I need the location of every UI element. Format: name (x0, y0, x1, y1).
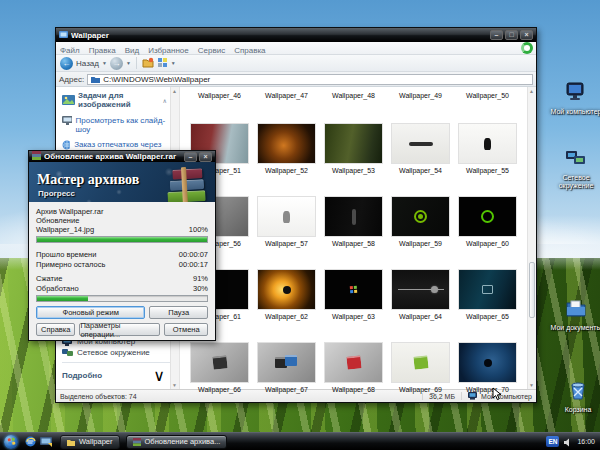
back-button[interactable]: ← (60, 57, 73, 70)
menu-item[interactable]: Сервис (198, 46, 225, 55)
file-item[interactable]: Wallpaper_46 (186, 89, 253, 102)
taskbar-button-archive[interactable]: Обновление архива... (126, 435, 228, 449)
maximize-button[interactable]: □ (505, 30, 518, 40)
file-item[interactable]: Wallpaper_63 (320, 248, 387, 321)
thumbnail-image[interactable] (257, 269, 316, 310)
dialog-minimize-button[interactable]: – (184, 152, 197, 162)
menu-item[interactable]: Справка (234, 46, 265, 55)
start-button[interactable] (4, 435, 18, 449)
scroll-up-icon[interactable]: ▲ (172, 88, 177, 94)
desktop-icon-my-computer[interactable]: Мой компьютер (550, 82, 600, 116)
desktop-icon-network[interactable]: Сетевое окружение (550, 148, 600, 190)
views-dropdown-icon[interactable]: ▼ (171, 60, 176, 66)
file-percent: 100% (189, 225, 208, 234)
file-name-label: Wallpaper_64 (399, 313, 442, 321)
thumbnail-image[interactable] (458, 269, 517, 310)
file-item[interactable]: Wallpaper_67 (253, 321, 320, 394)
close-button[interactable]: × (520, 30, 533, 40)
chevron-up-icon[interactable]: ∧ (163, 97, 167, 104)
forward-dropdown-icon[interactable]: ▼ (126, 60, 131, 66)
thumbnail-image[interactable] (391, 196, 450, 237)
thumbnail-image[interactable] (324, 269, 383, 310)
file-item[interactable]: Wallpaper_60 (454, 175, 521, 248)
taskbar: Wallpaper Обновление архива... EN 16:00 (0, 432, 600, 450)
file-item[interactable]: Wallpaper_70 (454, 321, 521, 394)
dialog-close-button[interactable]: × (199, 152, 212, 162)
file-item[interactable]: Wallpaper_65 (454, 248, 521, 321)
volume-icon[interactable] (564, 433, 572, 450)
toolbar-separator (136, 57, 137, 69)
menu-item[interactable]: Правка (89, 46, 116, 55)
address-input[interactable]: C:\WINDOWS\Web\Wallpaper (87, 74, 533, 85)
file-item[interactable]: Wallpaper_68 (320, 321, 387, 394)
thumbnail-image[interactable] (458, 342, 517, 383)
operation-options-button[interactable]: Параметры операции... (79, 323, 160, 336)
background-mode-button[interactable]: Фоновый режим (36, 306, 145, 319)
desktop-icon-recycle-bin[interactable]: Корзина (552, 380, 600, 414)
internet-explorer-icon[interactable] (24, 436, 36, 448)
total-progress-bar (36, 295, 208, 302)
minimize-button[interactable]: – (490, 30, 503, 40)
dialog-titlebar[interactable]: Обновление архива Wallpaper.rar – × (29, 151, 215, 162)
picture-tasks-icon (62, 94, 75, 106)
winrar-books-icon (164, 166, 210, 202)
file-item[interactable]: Wallpaper_52 (253, 102, 320, 175)
sidebar-tasks-header[interactable]: Задачи для изображений ∧ (62, 91, 177, 109)
scroll-down-icon[interactable]: ▼ (529, 382, 534, 388)
file-item[interactable]: Wallpaper_57 (253, 175, 320, 248)
file-name-label: Wallpaper_66 (198, 386, 241, 394)
back-dropdown-icon[interactable]: ▼ (102, 60, 107, 66)
scrollbar-thumb[interactable] (529, 262, 535, 318)
cancel-button[interactable]: Отмена (164, 323, 208, 336)
desktop-icon-my-documents[interactable]: Мои документы (550, 298, 600, 332)
file-item[interactable]: Wallpaper_59 (387, 175, 454, 248)
show-desktop-icon[interactable] (40, 436, 52, 448)
thumbnail-image[interactable] (324, 196, 383, 237)
menu-item[interactable]: Вид (125, 46, 139, 55)
chevron-down-icon[interactable]: ∨ (153, 366, 165, 385)
forward-button[interactable]: → (110, 57, 123, 70)
thumbnail-image[interactable] (458, 123, 517, 164)
thumbnail-image[interactable] (190, 342, 249, 383)
thumbnail-image[interactable] (257, 196, 316, 237)
menu-item[interactable]: Файл (60, 46, 80, 55)
stat-label: Примерно осталось (36, 260, 105, 270)
file-item[interactable]: Wallpaper_50 (454, 89, 521, 102)
language-indicator[interactable]: EN (546, 436, 559, 447)
content-scrollbar[interactable]: ▲ ▼ (527, 87, 536, 389)
thumbnail-image[interactable] (257, 342, 316, 383)
file-item[interactable]: Wallpaper_49 (387, 89, 454, 102)
stat-value: 30% (193, 284, 208, 294)
winrar-icon (32, 151, 41, 162)
sidebar-details-header[interactable]: Подробно ∨ (62, 362, 177, 385)
file-item[interactable]: Wallpaper_53 (320, 102, 387, 175)
thumbnail-image[interactable] (391, 342, 450, 383)
task-slideshow[interactable]: Просмотреть как слайд-шоу (62, 116, 166, 134)
file-item[interactable]: Wallpaper_48 (320, 89, 387, 102)
thumbnail-image[interactable] (324, 342, 383, 383)
help-button[interactable]: Справка (36, 323, 75, 336)
pause-button[interactable]: Пауза (149, 306, 208, 319)
file-item[interactable]: Wallpaper_58 (320, 175, 387, 248)
file-item[interactable]: Wallpaper_54 (387, 102, 454, 175)
scroll-up-icon[interactable]: ▲ (529, 88, 534, 94)
taskbar-button-wallpaper[interactable]: Wallpaper (60, 435, 120, 449)
scroll-down-icon[interactable]: ▼ (172, 382, 177, 388)
folder-small-icon (67, 438, 75, 446)
file-item[interactable]: Wallpaper_62 (253, 248, 320, 321)
place-network[interactable]: Сетевое окружение (62, 348, 177, 357)
file-item[interactable]: Wallpaper_64 (387, 248, 454, 321)
thumbnail-image[interactable] (324, 123, 383, 164)
thumbnail-image[interactable] (391, 123, 450, 164)
thumbnail-image[interactable] (458, 196, 517, 237)
menu-item[interactable]: Избранное (148, 46, 189, 55)
file-name-label: Wallpaper_52 (265, 167, 308, 175)
stat-label: Прошло времени (36, 250, 96, 260)
file-item[interactable]: Wallpaper_69 (387, 321, 454, 394)
thumbnail-image[interactable] (391, 269, 450, 310)
thumbnail-image[interactable] (257, 123, 316, 164)
stat-row-processed: Обработано 30% (36, 284, 208, 294)
tray-clock[interactable]: 16:00 (577, 438, 595, 445)
file-item[interactable]: Wallpaper_55 (454, 102, 521, 175)
file-item[interactable]: Wallpaper_47 (253, 89, 320, 102)
